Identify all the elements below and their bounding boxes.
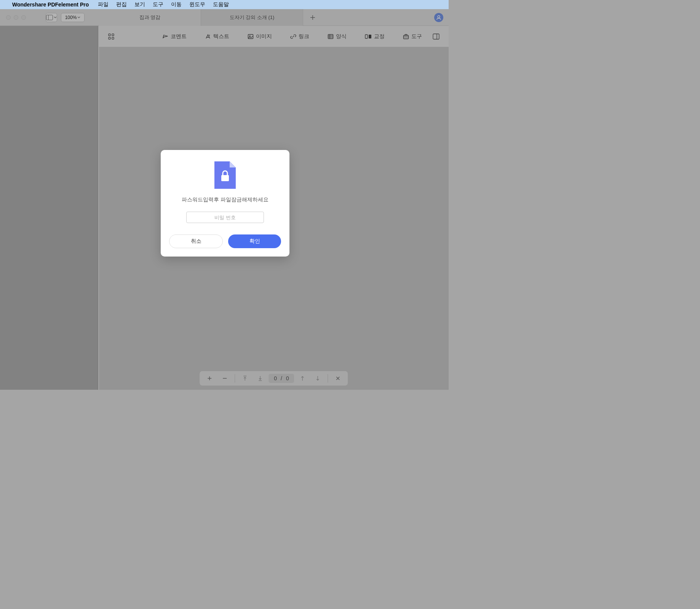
- user-avatar[interactable]: [434, 13, 443, 22]
- thumbnails-toggle[interactable]: [108, 33, 114, 40]
- svg-rect-4: [112, 34, 114, 36]
- password-input[interactable]: [186, 212, 264, 223]
- current-page: 0: [274, 375, 277, 381]
- panel-icon: [433, 33, 439, 40]
- redact-icon: [365, 33, 372, 40]
- tool-text[interactable]: 텍스트: [205, 33, 229, 40]
- panel-toggle-button[interactable]: [433, 33, 439, 40]
- menu-tools[interactable]: 도구: [153, 1, 163, 8]
- arrow-down-bar-icon: [258, 376, 262, 381]
- plus-icon: [310, 15, 315, 20]
- dialog-message: 파스워드입력후 파일잠금해제하세요: [182, 196, 268, 203]
- tool-form[interactable]: 양식: [328, 33, 347, 40]
- tab-document-2[interactable]: 도자기 강의 소개 (1): [201, 9, 303, 26]
- zoom-out-button[interactable]: [218, 372, 232, 384]
- document-tabs: 집과 영감 도자기 강의 소개 (1): [99, 9, 322, 26]
- close-window-button[interactable]: [6, 15, 11, 20]
- svg-rect-0: [46, 15, 53, 20]
- svg-rect-18: [433, 34, 439, 39]
- grid-icon: [108, 33, 114, 40]
- menu-file[interactable]: 파일: [98, 1, 109, 8]
- link-icon: [290, 33, 296, 40]
- tab-document-1[interactable]: 집과 영감: [99, 9, 201, 26]
- maximize-window-button[interactable]: [21, 15, 26, 20]
- toolbox-icon: [403, 33, 409, 40]
- close-icon: [336, 376, 340, 381]
- plus-icon: [207, 376, 212, 381]
- locked-file-icon: [214, 161, 236, 189]
- confirm-button[interactable]: 확인: [228, 234, 281, 248]
- minus-icon: [222, 376, 227, 381]
- system-menubar: Wondershare PDFelement Pro 파일 편집 보기 도구 이…: [0, 0, 449, 9]
- menu-view[interactable]: 보기: [134, 1, 145, 8]
- close-bar-button[interactable]: [331, 372, 345, 384]
- password-dialog: 파스워드입력후 파일잠금해제하세요 취소 확인: [161, 150, 289, 257]
- minimize-window-button[interactable]: [14, 15, 18, 20]
- new-tab-button[interactable]: [303, 9, 322, 26]
- sidebar-toggle-button[interactable]: [46, 13, 57, 22]
- svg-rect-6: [112, 37, 114, 39]
- svg-rect-3: [109, 34, 110, 36]
- menu-window[interactable]: 윈도우: [189, 1, 205, 8]
- next-page-button[interactable]: [311, 372, 325, 384]
- comment-icon: [162, 33, 168, 40]
- arrow-down-icon: [316, 376, 320, 381]
- menu-help[interactable]: 도움말: [213, 1, 229, 8]
- menu-go[interactable]: 이동: [171, 1, 182, 8]
- main-toolbar: 코멘트 텍스트 이미지 링크 양식 교정: [99, 26, 449, 47]
- user-icon: [436, 15, 441, 20]
- last-page-button[interactable]: [253, 372, 267, 384]
- form-icon: [328, 33, 334, 40]
- titlebar: 100% 집과 영감 도자기 강의 소개 (1): [0, 9, 449, 26]
- total-pages: 0: [286, 375, 289, 381]
- svg-rect-22: [221, 175, 229, 181]
- arrow-up-icon: [300, 376, 305, 381]
- image-icon: [248, 33, 254, 40]
- traffic-lights: [0, 15, 26, 20]
- text-icon: [205, 33, 211, 40]
- first-page-button[interactable]: [238, 372, 252, 384]
- tool-redact[interactable]: 교정: [365, 33, 385, 40]
- zoom-value: 100%: [65, 15, 77, 20]
- page-navigation-bar: 0 / 0: [199, 371, 348, 386]
- tool-comment[interactable]: 코멘트: [162, 33, 187, 40]
- svg-rect-10: [328, 34, 333, 38]
- cancel-button[interactable]: 취소: [169, 234, 223, 248]
- svg-point-9: [249, 35, 251, 37]
- sidebar-panel: [0, 9, 98, 390]
- tool-image[interactable]: 이미지: [248, 33, 272, 40]
- svg-point-2: [438, 16, 440, 18]
- app-name[interactable]: Wondershare PDFelement Pro: [12, 2, 89, 8]
- prev-page-button[interactable]: [296, 372, 310, 384]
- arrow-up-bar-icon: [243, 376, 247, 381]
- tool-tools[interactable]: 도구: [403, 33, 422, 40]
- svg-rect-5: [109, 37, 110, 39]
- zoom-in-button[interactable]: [203, 372, 216, 384]
- menu-edit[interactable]: 편집: [116, 1, 127, 8]
- zoom-selector[interactable]: 100%: [61, 13, 85, 22]
- svg-rect-14: [365, 35, 368, 38]
- tool-link[interactable]: 링크: [290, 33, 309, 40]
- svg-rect-15: [369, 35, 371, 38]
- page-sep: /: [281, 375, 282, 381]
- page-indicator[interactable]: 0 / 0: [268, 374, 294, 383]
